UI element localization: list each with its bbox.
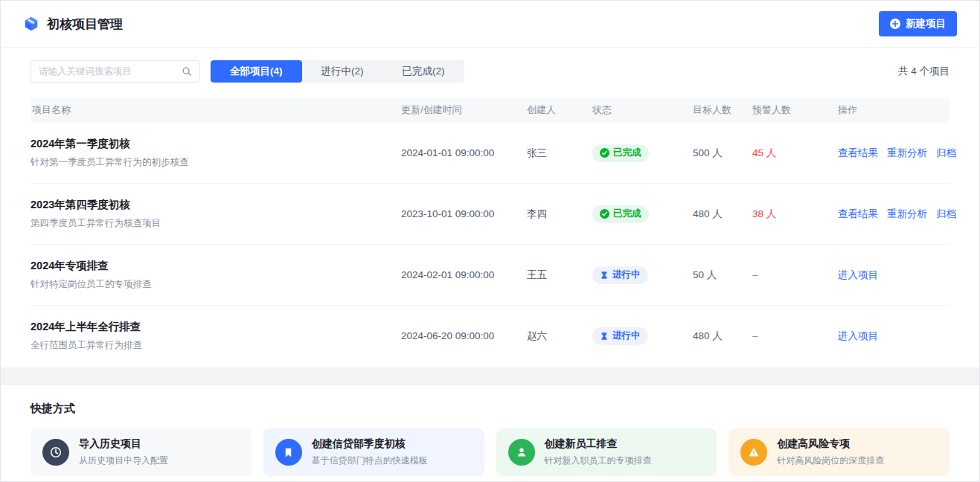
status-badge: 进行中 [592,266,648,284]
shortcut-card-credit-dept[interactable]: 创建信贷部季度初核 基于信贷部门特点的快速模板 [263,428,484,476]
action-link[interactable]: 查看结果 [838,208,878,221]
project-warning: 45 人 [752,147,838,160]
project-target: 50 人 [693,269,752,282]
project-target: 480 人 [693,208,752,221]
warning-icon [740,439,767,466]
col-header-creator: 创建人 [527,103,592,117]
toolbar: 全部项目(4) 进行中(2) 已完成(2) 共 4 个项目 [1,48,979,93]
tab-completed[interactable]: 已完成(2) [383,60,464,83]
tab-all-projects[interactable]: 全部项目(4) [211,60,302,83]
shortcut-title: 创建新员工排查 [545,437,652,451]
project-warning: – [752,330,838,341]
check-circle-icon [600,148,609,158]
search-box [31,60,200,83]
section-divider [1,367,979,385]
table-row: 2023年第四季度初核 第四季度员工异常行为核查项目 2023-10-01 09… [31,184,949,245]
project-warning: 38 人 [752,208,838,221]
table-row: 2024年第一季度初核 针对第一季度员工异常行为的初步核查 2024-01-01… [31,123,949,184]
col-header-status: 状态 [592,103,693,117]
col-header-target: 目标人数 [693,103,752,117]
filter-tabs: 全部项目(4) 进行中(2) 已完成(2) [211,60,464,83]
status-label: 已完成 [613,208,641,220]
app-cube-icon [23,16,39,32]
shortcut-desc: 针对高风险岗位的深度排查 [777,454,884,467]
project-name: 2024年专项排查 [31,259,401,273]
project-target: 500 人 [693,147,752,160]
project-time: 2024-06-20 09:00:00 [401,330,527,341]
project-creator: 张三 [527,147,592,160]
shortcut-title: 导入历史项目 [79,437,168,451]
user-icon [508,439,535,466]
project-desc: 针对特定岗位员工的专项排查 [31,278,401,291]
shortcut-desc: 基于信贷部门特点的快速模板 [312,454,428,467]
page-title: 初核项目管理 [47,16,123,33]
shortcut-title: 创建信贷部季度初核 [312,437,428,451]
project-target: 480 人 [693,330,752,343]
status-label: 进行中 [612,330,641,342]
table-header-row: 项目名称 更新/创建时间 创建人 状态 目标人数 预警人数 操作 [31,97,949,123]
check-circle-icon [600,209,609,219]
tab-in-progress[interactable]: 进行中(2) [302,60,383,83]
hourglass-icon [600,271,609,280]
action-link[interactable]: 重新分析 [887,208,927,221]
new-project-label: 新建项目 [906,17,946,30]
action-link[interactable]: 归档 [936,208,956,221]
action-link[interactable]: 重新分析 [887,147,927,160]
hourglass-icon [600,332,609,341]
project-creator: 李四 [527,208,592,221]
col-header-time: 更新/创建时间 [401,103,527,117]
action-link[interactable]: 进入项目 [838,330,878,343]
shortcut-card-high-risk[interactable]: 创建高风险专项 针对高风险岗位的深度排查 [728,428,949,476]
search-icon[interactable] [182,66,192,77]
project-table-body: 2024年第一季度初核 针对第一季度员工异常行为的初步核查 2024-01-01… [31,123,949,366]
status-badge: 进行中 [592,327,648,345]
action-link[interactable]: 归档 [936,147,956,160]
shortcut-desc: 针对新入职员工的专项排查 [545,454,652,467]
search-input[interactable] [39,66,182,77]
project-creator: 王五 [527,269,592,282]
bookmark-icon [275,439,302,466]
shortcut-card-import-history[interactable]: 导入历史项目 从历史项目中导入配置 [31,428,252,476]
history-icon [42,439,69,466]
shortcut-card-new-employee[interactable]: 创建新员工排查 针对新入职员工的专项排查 [496,428,717,476]
action-link[interactable]: 查看结果 [838,147,878,160]
table-row: 2024年专项排查 针对特定岗位员工的专项排查 2024-02-01 09:00… [31,245,949,306]
row-actions: 查看结果重新分析归档 [838,147,956,160]
project-name: 2024年上半年全行排查 [31,320,401,334]
status-label: 已完成 [613,147,641,159]
new-project-button[interactable]: 新建项目 [879,11,957,36]
row-actions: 进入项目 [838,269,949,282]
project-warning: – [752,269,838,280]
project-time: 2024-02-01 09:00:00 [401,269,527,280]
status-badge: 已完成 [592,205,649,223]
col-header-name: 项目名称 [31,103,401,117]
project-time: 2024-01-01 09:00:00 [401,147,527,158]
project-desc: 第四季度员工异常行为核查项目 [31,217,401,230]
table-row: 2024年上半年全行排查 全行范围员工异常行为排查 2024-06-20 09:… [31,306,949,366]
project-count-summary: 共 4 个项目 [898,65,957,78]
shortcut-title: 创建高风险专项 [777,437,884,451]
col-header-warning: 预警人数 [752,103,838,117]
project-table: 项目名称 更新/创建时间 创建人 状态 目标人数 预警人数 操作 2024年第一… [1,93,979,366]
shortcuts-title: 快捷方式 [31,402,949,416]
project-name: 2023年第四季度初核 [31,198,401,212]
status-label: 进行中 [612,269,641,281]
shortcut-desc: 从历史项目中导入配置 [79,454,168,467]
project-creator: 赵六 [527,330,592,343]
row-actions: 查看结果重新分析归档 [838,208,956,221]
col-header-actions: 操作 [838,103,949,117]
page-header: 初核项目管理 新建项目 [1,1,979,48]
row-actions: 进入项目 [838,330,949,343]
shortcuts-section: 快捷方式 导入历史项目 从历史项目中导入配置 创建信贷部季度初核 [1,385,979,476]
project-name: 2024年第一季度初核 [31,137,401,151]
status-badge: 已完成 [592,144,649,162]
action-link[interactable]: 进入项目 [838,269,878,282]
project-time: 2023-10-01 09:00:00 [401,208,527,219]
project-desc: 全行范围员工异常行为排查 [31,339,401,352]
project-desc: 针对第一季度员工异常行为的初步核查 [31,156,401,169]
plus-circle-icon [890,19,900,29]
